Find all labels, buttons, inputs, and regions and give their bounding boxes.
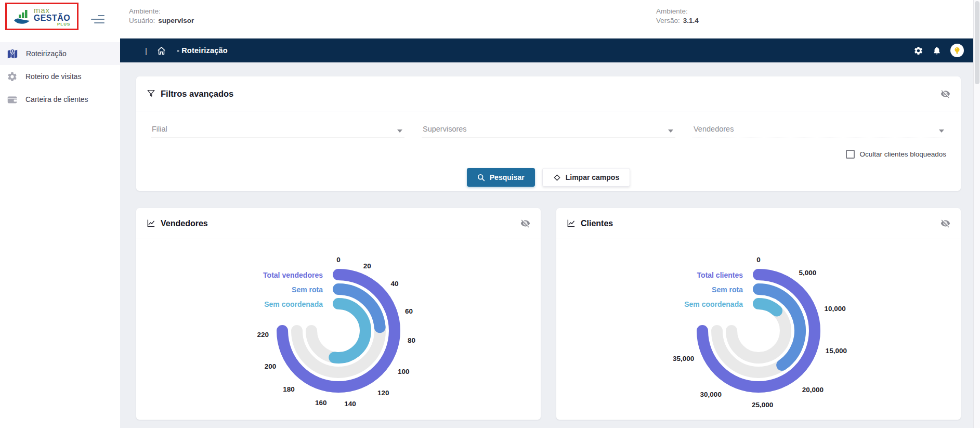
sidebar-item-carteira-de-clientes[interactable]: Carteira de clientes [0,88,120,111]
versao-label: Versão: [656,17,680,24]
gear-icon [7,71,18,82]
eraser-diamond-icon [553,174,561,181]
app-root: max GESTÃO PLUS Ambiente: Usuário:superv… [0,0,980,428]
vendedores-gauge-chart: Total vendedoresSem rotaSem coordenada02… [136,239,541,411]
svg-text:15,000: 15,000 [826,347,847,355]
ocultar-clientes-checkbox[interactable] [846,150,855,159]
svg-text:Sem rota: Sem rota [292,286,323,294]
svg-text:80: 80 [408,336,415,344]
svg-text:100: 100 [398,368,410,375]
svg-text:140: 140 [344,400,356,408]
svg-text:Total vendedores: Total vendedores [263,271,323,279]
versao-value: 3.1.4 [683,17,699,24]
ambiente-label-right: Ambiente: [656,7,688,15]
sidebar: Roteirização Roteiro de visitas Carteira… [0,38,120,428]
page-title: - Roteirização [177,46,228,55]
breadcrumb-separator: | [145,46,147,55]
notifications-bell-icon[interactable] [932,46,942,55]
eye-slash-icon[interactable] [940,218,950,228]
breadcrumb-bar: | - Roteirização [120,38,973,62]
svg-text:Sem coordenada: Sem coordenada [684,300,743,308]
sidebar-item-roteiro-de-visitas[interactable]: Roteiro de visitas [0,65,120,88]
clientes-card: Clientes Total clientesSem rotaSem coord… [556,208,961,420]
environment-user-info: Ambiente: Usuário:supervisor [129,7,194,25]
logo-max-text: max [34,6,71,14]
menu-toggle-icon[interactable] [91,14,106,25]
vendedores-select[interactable]: Vendedores [692,122,946,137]
main-content: Filtros avançados Filial Supervisores [120,62,973,428]
map-route-icon [7,48,18,59]
advanced-filters-card: Filtros avançados Filial Supervisores [136,76,961,191]
svg-text:25,000: 25,000 [752,401,773,409]
usuario-label: Usuário: [129,17,155,24]
vendedores-title: Vendedores [161,219,208,228]
clientes-gauge-chart: Total clientesSem rotaSem coordenada05,0… [556,239,961,411]
environment-version-info: Ambiente: Versão:3.1.4 [656,7,699,25]
usuario-value: supervisor [158,17,194,24]
pesquisar-button[interactable]: Pesquisar [467,168,535,187]
sidebar-item-roteirizacao[interactable]: Roteirização [0,42,120,65]
svg-text:Sem coordenada: Sem coordenada [264,300,323,308]
chevron-down-icon [939,129,944,133]
line-chart-icon [147,219,155,228]
lightbulb-icon [953,46,961,55]
svg-text:20: 20 [363,262,371,270]
sidebar-item-label: Carteira de clientes [25,95,88,103]
chevron-down-icon [397,129,402,133]
sidebar-item-label: Roteirização [26,49,67,58]
logo-gestao-text: GESTÃO [34,14,71,22]
logo-bars-hand-icon [14,8,31,25]
svg-text:40: 40 [391,280,399,288]
svg-text:35,000: 35,000 [673,355,694,362]
svg-text:120: 120 [377,389,389,397]
svg-text:60: 60 [405,307,413,315]
user-avatar[interactable] [950,44,964,57]
limpar-campos-button[interactable]: Limpar campos [542,168,630,187]
sidebar-item-label: Roteiro de visitas [25,72,81,81]
eye-slash-icon[interactable] [940,89,950,99]
wallet-icon [7,94,18,105]
scrollbar-thumb[interactable] [975,1,979,84]
svg-text:220: 220 [257,331,269,339]
svg-text:160: 160 [315,399,327,407]
vertical-scrollbar[interactable] [973,0,980,428]
svg-text:200: 200 [265,362,277,370]
funnel-icon [147,89,155,98]
filial-select[interactable]: Filial [151,122,404,137]
ambiente-label: Ambiente: [129,7,161,15]
ocultar-clientes-label[interactable]: Ocultar clientes bloqueados [859,150,946,158]
vendedores-card: Vendedores Total vendedoresSem rotaSem c… [136,208,541,420]
eye-slash-icon[interactable] [520,218,530,228]
settings-gear-icon[interactable] [913,46,923,56]
svg-text:30,000: 30,000 [700,391,722,398]
svg-text:180: 180 [283,385,295,393]
svg-text:Total clientes: Total clientes [697,271,743,279]
svg-text:Sem rota: Sem rota [712,286,743,294]
filters-title: Filtros avançados [161,89,233,99]
supervisores-select[interactable]: Supervisores [422,122,675,137]
home-icon[interactable] [156,46,166,56]
chevron-down-icon [668,129,673,133]
svg-text:0: 0 [336,256,341,264]
top-header: max GESTÃO PLUS Ambiente: Usuário:superv… [0,0,973,38]
svg-text:0: 0 [756,256,761,264]
logo-plus-text: PLUS [57,22,70,27]
line-chart-icon [567,219,576,228]
svg-text:10,000: 10,000 [825,305,846,313]
svg-text:5,000: 5,000 [799,269,817,277]
clientes-title: Clientes [581,219,613,228]
magnifier-icon [477,174,485,181]
app-logo[interactable]: max GESTÃO PLUS [5,3,79,30]
svg-text:20,000: 20,000 [802,386,824,394]
